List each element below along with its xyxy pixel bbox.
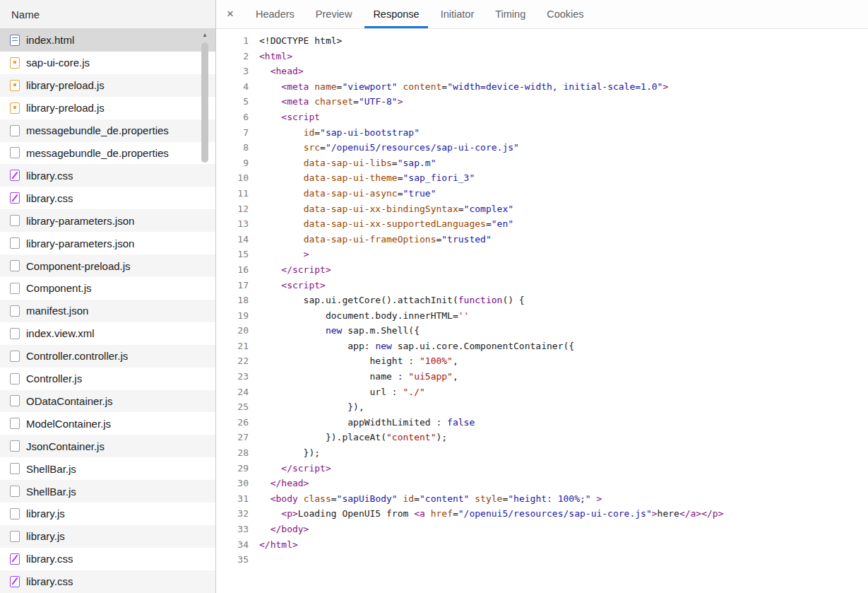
file-name: library-parameters.json: [26, 237, 134, 249]
request-row[interactable]: library.js: [0, 503, 215, 525]
code-line: 31 <body class="sapUiBody" id="content" …: [216, 491, 868, 507]
request-row[interactable]: messagebundle_de.properties: [0, 142, 215, 165]
code-line: 24 url : "./": [216, 384, 868, 400]
code-token: </head>: [270, 478, 309, 488]
line-content: }),: [249, 399, 364, 415]
request-row[interactable]: library.css: [0, 548, 215, 570]
plain-file-icon: [10, 351, 20, 362]
code-token: [259, 493, 270, 504]
line-content: </body>: [249, 522, 309, 537]
request-row[interactable]: index.html: [0, 29, 215, 52]
request-row[interactable]: Controller.js: [0, 368, 215, 390]
code-line: 30 </head>: [216, 476, 868, 491]
code-token: </a>: [679, 508, 701, 519]
response-code-viewer[interactable]: 1 <!DOCTYPE html> 2 <html> 3 <head> 4 <m…: [216, 29, 868, 593]
scrollbar-thumb[interactable]: [201, 42, 208, 163]
code-token: [259, 127, 304, 138]
code-token: =: [320, 142, 326, 153]
code-token: =: [398, 188, 403, 199]
code-token: =: [398, 172, 403, 183]
line-number: 28: [216, 445, 249, 461]
tab-cookies[interactable]: Cookies: [538, 0, 592, 28]
tab-initiator[interactable]: Initiator: [432, 0, 483, 28]
request-row[interactable]: sap-ui-core.js: [0, 52, 215, 74]
tab-timing[interactable]: Timing: [487, 0, 534, 28]
line-content: <!DOCTYPE html>: [249, 33, 342, 49]
line-number: 23: [216, 369, 249, 384]
code-line: 7 id="sap-ui-bootstrap": [216, 125, 868, 141]
code-token: data-sap-ui-theme: [304, 172, 398, 183]
line-content: >: [249, 247, 309, 262]
code-line: 5 <meta charset="UTF-8">: [216, 94, 868, 110]
name-column-label: Name: [11, 8, 40, 20]
line-content: name : "ui5app",: [249, 369, 458, 384]
file-name: library.js: [26, 507, 65, 519]
code-line: 29 </script>: [216, 461, 868, 476]
code-token: <html>: [259, 51, 292, 61]
request-row[interactable]: library-parameters.json: [0, 232, 215, 254]
request-row[interactable]: library.css: [0, 164, 215, 187]
code-token: [259, 508, 281, 519]
request-row[interactable]: library-preload.js: [0, 97, 215, 119]
line-number: 26: [216, 415, 249, 430]
request-row[interactable]: manifest.json: [0, 300, 215, 322]
line-content: data-sap-ui-async="true": [249, 186, 436, 201]
code-token: =: [453, 508, 458, 519]
code-token: [259, 142, 304, 153]
plain-file-icon: [10, 373, 20, 384]
code-token: =: [458, 204, 464, 214]
request-row[interactable]: library-preload.js: [0, 74, 215, 97]
request-row[interactable]: ModelContainer.js: [0, 412, 215, 435]
request-row[interactable]: Component-preload.js: [0, 254, 215, 277]
code-token: </p>: [701, 508, 723, 519]
tab-response[interactable]: Response: [364, 0, 427, 28]
request-row[interactable]: ODataContainer.js: [0, 390, 215, 413]
line-number: 4: [216, 79, 249, 95]
scroll-up-icon[interactable]: ▲: [200, 30, 210, 40]
code-token: sap.m.Shell({: [342, 325, 420, 336]
code-token: <!DOCTYPE html>: [259, 35, 342, 46]
code-token: name: [314, 81, 336, 92]
request-list-scrollbar[interactable]: ▲: [200, 30, 210, 590]
detail-tabbar: × Headers Preview Response Initiator Tim…: [216, 0, 868, 29]
request-row[interactable]: Controller.controller.js: [0, 345, 215, 368]
file-name: messagebundle_de.properties: [26, 124, 169, 136]
detail-tabs: Headers Preview Response Initiator Timin…: [245, 0, 595, 28]
tab-preview[interactable]: Preview: [307, 0, 361, 28]
css-file-icon: [10, 576, 20, 587]
code-token: "100%": [420, 356, 453, 366]
code-token: =: [392, 158, 398, 168]
line-number: 16: [216, 262, 249, 278]
plain-file-icon: [10, 260, 20, 271]
css-file-icon: [10, 170, 20, 181]
close-icon[interactable]: ×: [221, 7, 239, 21]
file-name: library.css: [26, 170, 73, 182]
request-row[interactable]: ShellBar.js: [0, 457, 215, 480]
plain-file-icon: [10, 395, 20, 406]
tab-headers[interactable]: Headers: [247, 0, 303, 28]
code-line: 12 data-sap-ui-xx-bindingSyntax="complex…: [216, 201, 868, 217]
request-row[interactable]: library-parameters.json: [0, 209, 215, 232]
line-number: 5: [216, 94, 249, 110]
line-number: 14: [216, 232, 249, 247]
line-content: app: new sap.ui.core.ComponentContainer(…: [249, 339, 574, 354]
file-name: Controller.controller.js: [26, 350, 128, 362]
name-column-header[interactable]: Name: [0, 0, 215, 29]
request-row[interactable]: index.view.xml: [0, 322, 215, 345]
request-list-panel: Name index.html sap-ui-core.js library-p…: [0, 0, 216, 593]
line-content: <script>: [249, 278, 326, 293]
line-number: 33: [216, 522, 249, 537]
request-row[interactable]: library.css: [0, 570, 215, 593]
css-file-icon: [10, 553, 20, 565]
request-row[interactable]: Component.js: [0, 277, 215, 300]
request-row[interactable]: JsonContainer.js: [0, 435, 215, 457]
line-number: 7: [216, 125, 249, 141]
request-row[interactable]: library.js: [0, 525, 215, 548]
line-number: 22: [216, 353, 249, 369]
request-row[interactable]: ShellBar.js: [0, 480, 215, 503]
request-row[interactable]: library.css: [0, 187, 215, 209]
code-token: <body: [270, 493, 298, 504]
line-number: 1: [216, 33, 249, 49]
code-token: charset: [314, 96, 353, 107]
request-row[interactable]: messagebundle_de.properties: [0, 119, 215, 142]
